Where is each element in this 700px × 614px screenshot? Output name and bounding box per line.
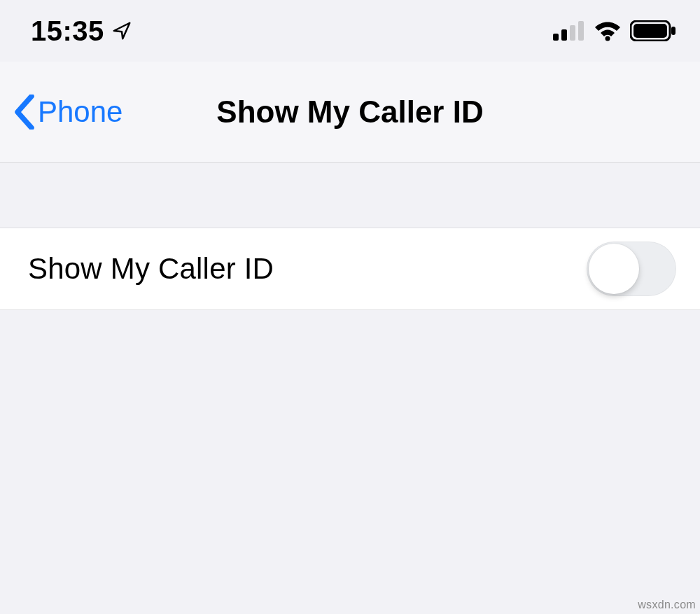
back-button[interactable]: Phone xyxy=(13,95,122,130)
svg-rect-6 xyxy=(634,24,667,38)
section-spacer xyxy=(0,163,700,228)
battery-full-icon xyxy=(630,20,676,41)
wifi-icon xyxy=(594,20,622,41)
watermark: wsxdn.com xyxy=(638,599,696,611)
location-arrow-icon xyxy=(111,20,132,41)
show-caller-id-toggle[interactable] xyxy=(587,242,676,296)
back-label: Phone xyxy=(38,95,122,129)
status-right xyxy=(553,20,676,41)
settings-content: Show My Caller ID xyxy=(0,163,700,310)
svg-rect-2 xyxy=(570,25,575,41)
svg-point-4 xyxy=(606,36,610,41)
cellular-signal-icon xyxy=(553,21,585,41)
show-caller-id-row: Show My Caller ID xyxy=(0,228,700,310)
show-caller-id-label: Show My Caller ID xyxy=(28,252,274,286)
svg-rect-0 xyxy=(553,34,559,41)
nav-bar: Phone Show My Caller ID xyxy=(0,62,700,163)
status-bar: 15:35 xyxy=(0,0,700,62)
status-time: 15:35 xyxy=(31,15,104,47)
svg-rect-1 xyxy=(561,29,567,41)
svg-rect-3 xyxy=(578,21,584,41)
status-left: 15:35 xyxy=(31,15,132,47)
toggle-knob xyxy=(589,244,639,294)
chevron-left-icon xyxy=(13,95,36,130)
svg-rect-7 xyxy=(671,27,676,35)
